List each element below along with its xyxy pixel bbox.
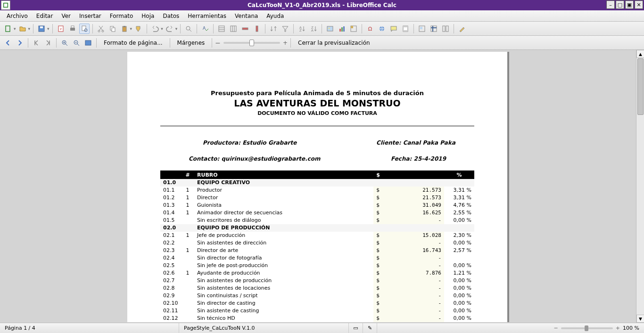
- autofilter-icon[interactable]: [280, 24, 290, 34]
- print-icon[interactable]: [67, 24, 78, 34]
- restore-button[interactable]: □: [616, 0, 624, 9]
- th-cur: $: [373, 171, 383, 179]
- redo-icon[interactable]: [165, 24, 175, 34]
- svg-rect-8: [71, 26, 74, 28]
- vertical-scrollbar[interactable]: ▲ ▼: [636, 50, 644, 323]
- insert-image-icon[interactable]: [325, 24, 335, 34]
- date-label: Fecha: 25-4-2019: [391, 155, 446, 162]
- undo-icon[interactable]: [150, 24, 160, 34]
- fullscreen-icon[interactable]: [83, 38, 93, 48]
- paste-icon[interactable]: [119, 24, 130, 34]
- menu-ayuda[interactable]: Ayuda: [263, 11, 288, 21]
- budget-table: # RUBRO $ % 01.0EQUIPO CREATIVO01.11Prod…: [160, 171, 474, 322]
- insert-chart-icon[interactable]: [337, 24, 347, 34]
- save-icon[interactable]: [36, 24, 47, 34]
- special-char-icon[interactable]: Ω: [365, 24, 375, 34]
- preview-toolbar: Formato de página... Márgenes − + Cerrar…: [0, 36, 644, 50]
- close-preview-button[interactable]: Cerrar la previsualización: [294, 38, 374, 48]
- svg-rect-2: [6, 26, 10, 32]
- table-row: 01.41Animador director de secuencias$16.…: [160, 209, 474, 217]
- header-footer-icon[interactable]: [400, 24, 411, 34]
- delete-row-icon[interactable]: [240, 24, 250, 34]
- maximize-button[interactable]: ▣: [625, 0, 634, 9]
- window-title: CaLcuTooN_V1-0_Abr2019.xls - LibreOffice…: [0, 2, 644, 8]
- insert-pivot-icon[interactable]: [348, 24, 359, 34]
- table-row: 02.10Sin director de casting$-0,00 %: [160, 300, 474, 307]
- zoom-out-icon[interactable]: [71, 38, 82, 48]
- margins-button[interactable]: Márgenes: [173, 38, 209, 48]
- standard-toolbar: ▾ ▾ ▾ P ▾ ▾ ▾ A AZ ZA Ω: [0, 22, 644, 36]
- svg-point-17: [186, 26, 190, 30]
- sort-desc-icon[interactable]: ZA: [308, 24, 319, 34]
- first-page-icon[interactable]: [31, 38, 41, 48]
- zoom-slider[interactable]: [561, 327, 613, 329]
- open-icon[interactable]: [17, 24, 28, 34]
- insert-row-icon[interactable]: [216, 24, 227, 34]
- menu-ver[interactable]: Ver: [58, 11, 74, 21]
- copy-icon[interactable]: [107, 24, 118, 34]
- export-pdf-icon[interactable]: P: [56, 24, 66, 34]
- doc-notice: DOCUMENTO NO VÁLIDO COMO FACTURA: [160, 110, 474, 116]
- client-label: Cliente: Canal Paka Paka: [376, 139, 455, 146]
- close-button[interactable]: ✕: [635, 0, 643, 9]
- insert-col-icon[interactable]: [228, 24, 239, 34]
- zoom-out-status-icon[interactable]: −: [554, 325, 558, 331]
- hyperlink-icon[interactable]: [377, 24, 387, 34]
- new-icon[interactable]: [3, 24, 13, 34]
- doc-title: LAS AVENTURAS DEL MONSTRUO: [160, 98, 474, 108]
- draw-icon[interactable]: [457, 24, 467, 34]
- scroll-thumb[interactable]: [637, 58, 644, 115]
- svg-rect-43: [403, 30, 408, 32]
- next-page-icon[interactable]: [15, 38, 25, 48]
- scale-slider[interactable]: − +: [215, 39, 288, 47]
- delete-col-icon[interactable]: [252, 24, 262, 34]
- status-style: PageStyle_CaLcuTooN V.1.0: [179, 323, 349, 333]
- menu-datos[interactable]: Datos: [159, 11, 183, 21]
- menu-editar[interactable]: Editar: [33, 11, 57, 21]
- svg-rect-25: [242, 28, 248, 30]
- svg-rect-37: [351, 26, 353, 28]
- svg-rect-19: [219, 26, 224, 32]
- svg-rect-7: [70, 28, 75, 31]
- zoom-value: 100 %: [623, 325, 639, 331]
- spellcheck-icon[interactable]: A: [200, 24, 210, 34]
- zoom-in-icon[interactable]: [59, 38, 70, 48]
- last-page-icon[interactable]: [43, 38, 53, 48]
- status-sign-icon[interactable]: ✎: [363, 323, 377, 333]
- menu-ventana[interactable]: Ventana: [231, 11, 262, 21]
- svg-rect-9: [82, 26, 86, 31]
- cut-icon[interactable]: [96, 24, 106, 34]
- comment-icon[interactable]: [388, 24, 399, 34]
- statusbar: Página 1 / 4 PageStyle_CaLcuTooN V.1.0 ▭…: [0, 323, 644, 333]
- svg-rect-42: [403, 26, 408, 27]
- scroll-up-icon[interactable]: ▲: [636, 50, 644, 58]
- freeze-icon[interactable]: [429, 24, 439, 34]
- svg-rect-53: [85, 41, 91, 45]
- svg-rect-46: [431, 26, 437, 32]
- menu-archivo[interactable]: Archivo: [3, 11, 32, 21]
- find-icon[interactable]: [183, 24, 194, 34]
- page-format-button[interactable]: Formato de página...: [99, 38, 167, 48]
- define-range-icon[interactable]: [417, 24, 427, 34]
- split-icon[interactable]: [440, 24, 451, 34]
- zoom-in-status-icon[interactable]: +: [616, 325, 620, 331]
- sort-asc-icon[interactable]: AZ: [297, 24, 307, 34]
- status-selection-icon[interactable]: ▭: [349, 323, 363, 333]
- menu-herramientas[interactable]: Herramientas: [184, 11, 230, 21]
- svg-point-32: [329, 27, 330, 29]
- table-row: 02.7Sin asistentes de producción$-0,00 %: [160, 277, 474, 284]
- clone-format-icon[interactable]: [133, 24, 144, 34]
- print-preview-icon[interactable]: [79, 24, 90, 34]
- status-page: Página 1 / 4: [0, 323, 179, 333]
- svg-rect-45: [420, 27, 422, 29]
- menu-formato[interactable]: Formato: [106, 11, 137, 21]
- doc-subtitle: Presupuesto para Película Animada de 5 m…: [160, 89, 474, 97]
- sort-icon[interactable]: [268, 24, 279, 34]
- menu-insertar[interactable]: Insertar: [75, 11, 105, 21]
- table-row: 01.5Sin escritores de diálogo$-0,00 %: [160, 217, 474, 224]
- menu-hoja[interactable]: Hoja: [138, 11, 158, 21]
- scroll-down-icon[interactable]: ▼: [636, 315, 644, 323]
- minimize-button[interactable]: –: [606, 0, 615, 9]
- prev-page-icon[interactable]: [3, 38, 13, 48]
- table-row: 02.12Sin técnico HD$-0,00 %: [160, 315, 474, 322]
